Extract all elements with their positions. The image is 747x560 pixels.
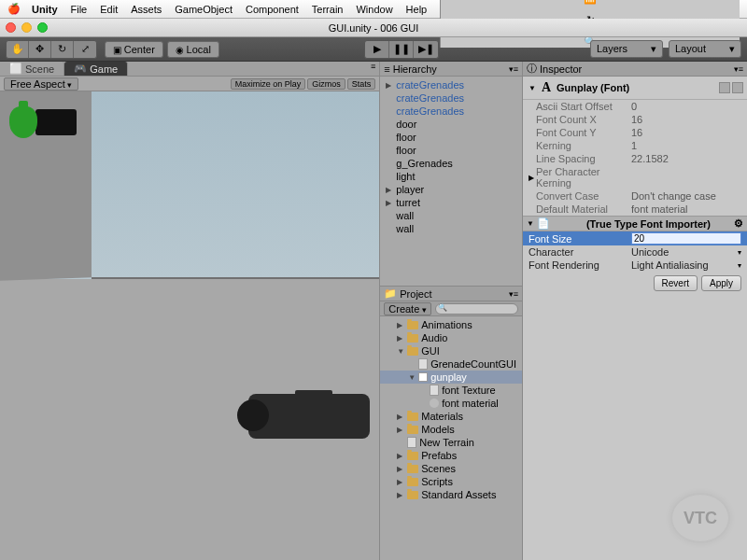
project-item[interactable]: ▶Scripts — [380, 475, 522, 488]
hand-tool[interactable]: ✋ — [7, 41, 29, 58]
project-item[interactable]: font Texture — [380, 384, 522, 397]
dropdown-icon: ▾ — [738, 248, 741, 257]
tab-scene[interactable]: ⬜Scene — [0, 62, 64, 76]
importer-header[interactable]: ▼ 📄 (True Type Font Importer) ⚙ — [523, 216, 747, 231]
character-label: Character — [529, 246, 631, 258]
font-size-row[interactable]: Font Size — [523, 231, 747, 245]
menu-terrain[interactable]: Terrain — [312, 4, 344, 15]
stats-toggle[interactable]: Stats — [347, 78, 376, 90]
prop-label: Ascii Start Offset — [536, 101, 631, 112]
menu-component[interactable]: Component — [246, 4, 299, 15]
play-button[interactable]: ▶ — [365, 41, 389, 58]
maximize-toggle[interactable]: Maximize on Play — [231, 78, 306, 90]
inspector-tab[interactable]: ⓘ Inspector ▾≡ — [523, 62, 747, 77]
close-window-button[interactable] — [6, 22, 16, 33]
hierarchy-item[interactable]: crateGrenades — [380, 105, 522, 118]
folder-icon — [407, 465, 418, 473]
character-row[interactable]: Character Unicode ▾ — [523, 245, 747, 259]
hierarchy-item[interactable]: g_Grenades — [380, 157, 522, 170]
project-panel: 📁 Project ▾≡ Create ▾ ▶Animations▶Audio▼… — [380, 286, 522, 560]
font-rendering-value[interactable]: Light Antialiasing — [631, 259, 738, 271]
hierarchy-item[interactable]: ▶turret — [380, 196, 522, 209]
window-title-text: GUI.unity - 006 GUI — [329, 22, 419, 34]
apple-icon[interactable]: 🍎 — [7, 3, 21, 15]
hierarchy-tab[interactable]: ≡ Hierarchy ▾≡ — [380, 62, 522, 77]
project-item[interactable]: ▶Scenes — [380, 462, 522, 475]
expand-arrow-icon: ▼ — [408, 373, 416, 382]
asset-expand-arrow[interactable]: ▼ — [529, 84, 536, 92]
project-options[interactable]: ▾≡ — [509, 289, 518, 299]
hierarchy-item[interactable]: floor — [380, 131, 522, 144]
hierarchy-item[interactable]: wall — [380, 209, 522, 222]
hierarchy-item[interactable]: crateGrenades — [380, 91, 522, 105]
project-item-label: Audio — [421, 332, 447, 343]
unity-toolbar: ✋ ✥ ↻ ⤢ ▣ Center ◉ Local ▶ ❚❚ ▶❚ Layers▾… — [0, 37, 747, 62]
asset-help-icon[interactable] — [719, 82, 730, 93]
tab-options[interactable]: ≡ — [367, 62, 379, 76]
minimize-window-button[interactable] — [21, 22, 32, 33]
hierarchy-item[interactable]: floor — [380, 144, 522, 157]
menu-gameobject[interactable]: GameObject — [175, 4, 233, 15]
font-prop-row: Line Spacing22.1582 — [523, 152, 747, 165]
layout-dropdown[interactable]: Layout▾ — [669, 40, 741, 58]
rotate-tool[interactable]: ↻ — [51, 41, 74, 58]
pivot-center-button[interactable]: ▣ Center — [105, 41, 163, 58]
inspector-options[interactable]: ▾≡ — [734, 64, 743, 74]
project-item[interactable]: ▶Animations — [380, 318, 522, 331]
project-tab[interactable]: 📁 Project ▾≡ — [380, 287, 522, 301]
project-item-label: font material — [442, 398, 499, 409]
project-item[interactable]: New Terrain — [380, 436, 522, 449]
wifi-icon[interactable]: 📶 — [584, 0, 597, 5]
apply-button[interactable]: Apply — [701, 275, 741, 291]
tab-game[interactable]: 🎮Game — [64, 62, 128, 76]
project-item[interactable]: ▶Prefabs — [380, 449, 522, 462]
project-item-label: New Terrain — [419, 437, 474, 448]
pivot-local-button[interactable]: ◉ Local — [167, 41, 219, 58]
font-properties: Ascii Start Offset0Font Count X16Font Co… — [523, 100, 747, 216]
project-item[interactable]: ▼Agunplay — [380, 371, 522, 384]
step-button[interactable]: ▶❚ — [414, 41, 438, 58]
project-item[interactable]: ▶Materials — [380, 410, 522, 423]
hierarchy-item[interactable]: wall — [380, 222, 522, 235]
vtc-watermark: VTC — [672, 495, 728, 541]
project-item[interactable]: ▶Audio — [380, 331, 522, 344]
folder-icon — [407, 413, 418, 421]
expand-arrow-icon[interactable]: ▶ — [529, 174, 536, 182]
project-item[interactable]: GrenadeCountGUI — [380, 357, 522, 371]
importer-gear-icon[interactable]: ⚙ — [734, 217, 743, 230]
font-icon: A — [418, 372, 428, 382]
revert-button[interactable]: Revert — [654, 275, 698, 291]
layers-dropdown[interactable]: Layers▾ — [590, 40, 663, 58]
project-item[interactable]: ▼GUI — [380, 344, 522, 357]
font-rendering-row[interactable]: Font Rendering Light Antialiasing ▾ — [523, 259, 747, 272]
menu-edit[interactable]: Edit — [100, 4, 118, 15]
menu-file[interactable]: File — [71, 4, 88, 15]
gizmos-toggle[interactable]: Gizmos — [307, 78, 345, 90]
hierarchy-options[interactable]: ▾≡ — [509, 64, 518, 74]
project-search[interactable] — [435, 303, 518, 315]
create-button[interactable]: Create ▾ — [384, 302, 431, 315]
project-item[interactable]: ▶Models — [380, 423, 522, 436]
scale-tool[interactable]: ⤢ — [74, 41, 96, 58]
zoom-window-button[interactable] — [37, 22, 48, 33]
hierarchy-item[interactable]: door — [380, 118, 522, 131]
hierarchy-item[interactable]: light — [380, 170, 522, 183]
pause-button[interactable]: ❚❚ — [389, 41, 414, 58]
menu-assets[interactable]: Assets — [131, 4, 162, 15]
project-item[interactable]: font material — [380, 397, 522, 410]
hierarchy-item[interactable]: ▶crateGrenades — [380, 78, 522, 91]
menu-app[interactable]: Unity — [32, 4, 58, 15]
asset-settings-icon[interactable] — [732, 82, 743, 93]
menu-window[interactable]: Window — [356, 4, 392, 15]
character-value[interactable]: Unicode — [631, 246, 738, 258]
hierarchy-item[interactable]: ▶player — [380, 183, 522, 196]
project-item-label: Animations — [421, 319, 472, 330]
font-prop-row: Font Count X16 — [523, 113, 747, 126]
project-item[interactable]: ▶Standard Assets — [380, 488, 522, 501]
font-size-input[interactable] — [631, 232, 741, 245]
move-tool[interactable]: ✥ — [29, 41, 51, 58]
menu-help[interactable]: Help — [406, 4, 428, 15]
font-prop-row: Convert CaseDon't change case — [523, 189, 747, 203]
aspect-dropdown[interactable]: Free Aspect ▾ — [4, 77, 78, 91]
prop-value: Don't change case — [631, 190, 741, 202]
